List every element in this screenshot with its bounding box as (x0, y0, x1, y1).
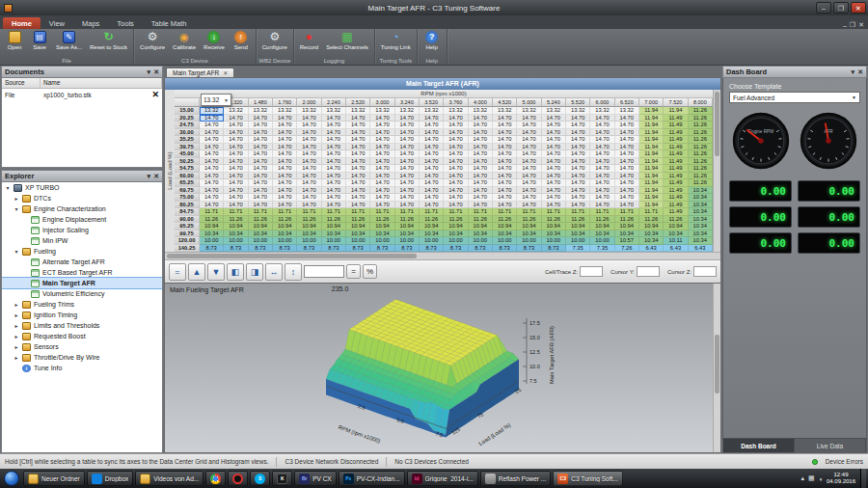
table-cell[interactable]: 14.70 (322, 122, 346, 129)
ribbon-button-send[interactable]: ↑Send (229, 30, 254, 57)
table-cell[interactable]: 13.32 (517, 107, 541, 115)
fill-right-button[interactable]: ◨ (246, 263, 263, 281)
table-cell[interactable]: 14.70 (395, 187, 420, 195)
table-cell[interactable]: 7.35 (566, 245, 590, 253)
table-cell[interactable]: 14.70 (420, 144, 444, 151)
table-cell[interactable]: 8.73 (395, 245, 420, 253)
table-cell[interactable]: 14.70 (420, 115, 444, 122)
table-cell[interactable]: 10.34 (297, 230, 321, 238)
explorer-item-volumetric-efficiency[interactable]: Volumetric Efficiency (2, 288, 162, 299)
ribbon-button-calibrate[interactable]: ◉Calibrate (169, 30, 200, 57)
table-cell[interactable]: 14.70 (493, 202, 517, 209)
table-cell[interactable]: 14.70 (346, 173, 370, 180)
table-cell[interactable]: 11.26 (689, 115, 713, 122)
table-cell[interactable]: 14.70 (517, 150, 541, 158)
table-cell[interactable]: 11.26 (689, 144, 713, 151)
ribbon-button-configure[interactable]: ⚙Configure (258, 30, 291, 57)
table-cell[interactable]: 14.70 (493, 179, 517, 187)
taskbar-button-chrome[interactable] (205, 471, 226, 486)
table-cell[interactable]: 11.26 (542, 216, 566, 224)
table-cell[interactable]: 14.70 (322, 173, 346, 180)
table-cell[interactable]: 11.26 (689, 165, 713, 173)
table-cell[interactable]: 11.26 (590, 216, 614, 224)
row-header[interactable]: 15.00 (175, 107, 200, 115)
table-cell[interactable]: 10.94 (566, 223, 590, 230)
table-cell[interactable]: 11.71 (590, 208, 614, 216)
table-cell[interactable]: 14.70 (469, 194, 493, 202)
table-cell[interactable]: 10.34 (689, 187, 713, 195)
equal-button[interactable]: = (346, 264, 361, 279)
explorer-item-alternate-target-afr[interactable]: Alternate Target AFR (2, 257, 162, 267)
table-cell[interactable]: 14.70 (395, 136, 420, 144)
taskbar-button-grigone-2014-i[interactable]: IdGrigone_2014-i... (407, 471, 478, 486)
table-cell[interactable]: 14.70 (224, 179, 248, 187)
table-cell[interactable]: 10.34 (639, 237, 664, 245)
table-cell[interactable]: 14.70 (370, 165, 394, 173)
table-cell[interactable]: 14.70 (370, 202, 394, 209)
row-header[interactable]: 75.00 (175, 194, 200, 202)
table-cell[interactable]: 10.34 (615, 230, 639, 238)
table-cell[interactable]: 11.26 (689, 107, 713, 115)
table-cell[interactable]: 14.70 (542, 194, 566, 202)
table-cell[interactable]: 14.70 (224, 165, 248, 173)
table-cell[interactable]: 11.26 (689, 173, 713, 180)
row-header[interactable]: 60.00 (175, 173, 200, 180)
table-cell[interactable]: 10.34 (224, 230, 248, 238)
column-header[interactable]: 5.240 (542, 98, 566, 107)
table-cell[interactable]: 14.70 (370, 158, 394, 166)
table-cell[interactable]: 14.70 (322, 158, 346, 166)
table-cell[interactable]: 10.00 (200, 237, 224, 245)
table-cell[interactable]: 10.00 (517, 237, 541, 245)
column-header[interactable]: 3.520 (420, 98, 444, 107)
table-cell[interactable]: 11.71 (224, 208, 248, 216)
table-cell[interactable]: 14.70 (273, 150, 297, 158)
table-cell[interactable]: 10.34 (566, 230, 590, 238)
table-cell[interactable]: 14.70 (420, 179, 444, 187)
table-cell[interactable]: 11.94 (639, 107, 664, 115)
column-header[interactable]: 4.000 (469, 98, 493, 107)
table-cell[interactable]: 10.34 (444, 230, 468, 238)
column-header[interactable]: 7.520 (664, 98, 688, 107)
table-cell[interactable]: 11.49 (664, 173, 688, 180)
table-cell[interactable]: 10.34 (590, 230, 614, 238)
table-cell[interactable]: 14.70 (200, 129, 224, 137)
table-cell[interactable]: 14.70 (590, 173, 614, 180)
taskbar-button-reflash-power[interactable]: Reflash Power ... (480, 471, 552, 486)
table-cell[interactable]: 10.34 (322, 230, 346, 238)
table-cell[interactable]: 14.70 (370, 136, 394, 144)
table-cell[interactable]: 14.70 (590, 165, 614, 173)
table-cell[interactable]: 11.26 (444, 216, 468, 224)
table-cell[interactable]: 10.00 (322, 237, 346, 245)
table-cell[interactable]: 11.49 (664, 122, 688, 129)
table-cell[interactable]: 14.70 (517, 187, 541, 195)
table-cell[interactable]: 14.70 (200, 122, 224, 129)
pin-icon[interactable]: ▾ (148, 173, 151, 180)
table-cell[interactable]: 14.70 (420, 122, 444, 129)
table-cell[interactable]: 11.49 (664, 208, 688, 216)
table-cell[interactable]: 14.70 (322, 165, 346, 173)
table-cell[interactable]: 10.00 (346, 237, 370, 245)
table-cell[interactable]: 14.70 (542, 115, 566, 122)
table-cell[interactable]: 14.70 (444, 122, 468, 129)
table-cell[interactable]: 11.26 (689, 136, 713, 144)
table-cell[interactable]: 14.70 (493, 165, 517, 173)
column-header[interactable]: 2.000 (297, 98, 321, 107)
table-cell[interactable]: 14.70 (517, 202, 541, 209)
table-cell[interactable]: 14.70 (273, 136, 297, 144)
table-cell[interactable]: 14.70 (469, 122, 493, 129)
table-cell[interactable]: 14.70 (322, 150, 346, 158)
table-cell[interactable]: 11.49 (664, 136, 688, 144)
table-cell[interactable]: 14.70 (566, 129, 590, 137)
table-cell[interactable]: 14.70 (346, 158, 370, 166)
table-cell[interactable]: 14.70 (273, 202, 297, 209)
table-cell[interactable]: 14.70 (517, 165, 541, 173)
table-cell[interactable]: 14.70 (249, 179, 273, 187)
explorer-item-requested-boost[interactable]: ▸Requested Boost (2, 331, 162, 341)
table-cell[interactable]: 14.70 (590, 129, 614, 137)
explorer-item-sensors[interactable]: ▸Sensors (2, 341, 162, 352)
table-cell[interactable]: 10.34 (395, 230, 420, 238)
show-desktop-button[interactable] (860, 469, 866, 488)
table-cell[interactable]: 14.70 (444, 165, 468, 173)
tray-volume-icon[interactable]: ◖ (819, 475, 823, 482)
table-cell[interactable]: 11.26 (664, 216, 688, 224)
